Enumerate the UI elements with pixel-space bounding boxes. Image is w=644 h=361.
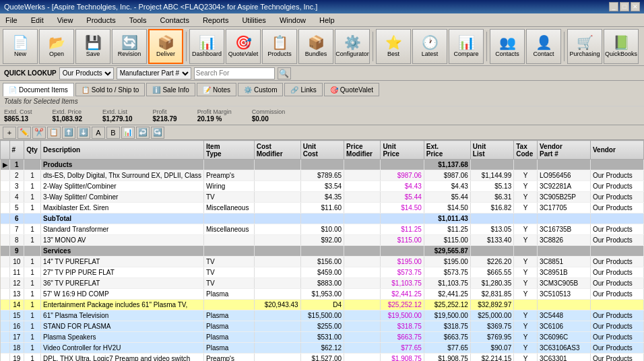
lookup-field-dropdown[interactable]: Manufacturer Part # xyxy=(117,67,191,79)
row-type xyxy=(204,214,255,224)
contacts-button[interactable]: 👥 Contacts xyxy=(490,29,525,64)
dashboard-button[interactable]: 📊 Dashboard xyxy=(189,29,224,64)
configurator-button[interactable]: ⚙️ Configurator xyxy=(335,29,370,64)
table-row[interactable]: 16 1 STAND FOR PLASMA Plasma $255.00 $31… xyxy=(1,321,644,332)
menu-products[interactable]: Products xyxy=(84,15,118,25)
table-row[interactable]: 10 1 14" TV PUREFLAT TV $156.00 $195.00 … xyxy=(1,257,644,267)
search-button[interactable]: 🔍 xyxy=(278,67,291,79)
maximize-button[interactable]: □ xyxy=(620,2,629,11)
row-qty: 1 xyxy=(24,181,41,192)
menu-contacts[interactable]: Contacts xyxy=(157,15,191,25)
action-btn-2[interactable]: ✏️ xyxy=(18,127,31,139)
tab-notes[interactable]: 📝 Notes xyxy=(197,83,236,96)
row-vendor xyxy=(590,300,643,310)
action-btn-9[interactable]: 📊 xyxy=(121,127,135,139)
row-qty: 1 xyxy=(24,321,41,332)
table-row[interactable]: 6 SubTotal $1,011.43 xyxy=(1,214,644,224)
tab-sale-info[interactable]: ℹ️ Sale Info xyxy=(146,83,195,96)
open-label: Open xyxy=(49,51,64,57)
row-unit-price xyxy=(381,160,424,170)
menu-view[interactable]: View xyxy=(55,15,76,25)
menu-tools[interactable]: Tools xyxy=(127,15,150,25)
table-row[interactable]: 13 1 57' W 16:9 HD COMP Plasma $1,953.00… xyxy=(1,289,644,300)
purchasing-button[interactable]: 🛒 Purchasing xyxy=(567,29,602,64)
menu-utilities[interactable]: Utilities xyxy=(239,15,268,25)
row-price-mod xyxy=(344,300,381,310)
menu-file[interactable]: File xyxy=(3,15,20,25)
tab-custom[interactable]: ⚙️ Custom xyxy=(238,83,283,96)
revision-button[interactable]: 🔄 Revision xyxy=(112,29,147,64)
quotevalet-button[interactable]: 🎯 QuoteValet xyxy=(226,29,261,64)
lookup-source-dropdown[interactable]: Our Products xyxy=(59,67,114,79)
row-vendor: Our Products xyxy=(590,235,643,246)
menu-reports[interactable]: Reports xyxy=(200,15,232,25)
action-btn-4[interactable]: 📋 xyxy=(47,127,61,139)
products-button[interactable]: 📋 Products xyxy=(262,29,297,64)
row-tax-code xyxy=(514,160,538,170)
action-btn-10[interactable]: ↩️ xyxy=(136,127,150,139)
action-btn-3[interactable]: ✂️ xyxy=(32,127,46,139)
table-row[interactable]: 9 Services $29,565.87 xyxy=(1,246,644,257)
action-btn-6[interactable]: ⬇️ xyxy=(77,127,90,139)
window-controls: _ □ ✕ xyxy=(609,2,640,11)
action-btn-11[interactable]: ↪️ xyxy=(151,127,164,139)
compare-button[interactable]: 📊 Compare xyxy=(449,29,484,64)
table-row[interactable]: 11 1 27" TV PIP PURE FLAT TV $459.00 $57… xyxy=(1,267,644,278)
bundles-button[interactable]: 📦 Bundles xyxy=(298,29,333,64)
table-row[interactable]: 2 1 dts-ES, Dolby Digital, Thx Surround … xyxy=(1,170,644,181)
minimize-button[interactable]: _ xyxy=(609,2,618,11)
col-qty: Qty xyxy=(24,141,41,160)
tab-quotevalet[interactable]: 🎯 QuoteValet xyxy=(324,83,379,96)
contacts-label: Contacts xyxy=(495,51,519,57)
table-row[interactable]: 5 1 Maxiblaster Ext. Siren Miscellaneous… xyxy=(1,203,644,214)
action-btn-1[interactable]: + xyxy=(3,127,16,139)
deliver-button[interactable]: 📦 Deliver xyxy=(148,29,183,64)
quickbooks-label: QuickBooks xyxy=(605,51,637,57)
tab-sold-to[interactable]: 📋 Sold to / Ship to xyxy=(75,83,146,96)
table-row[interactable]: ▶ 1 Products $1,137.68 xyxy=(1,160,644,170)
table-row[interactable]: 19 1 DPL, THX Ultra, Logic7 Preamp and v… xyxy=(1,354,644,362)
best-button[interactable]: ⭐ Best xyxy=(376,29,411,64)
table-row[interactable]: 14 1 Entertainment Package includes 61" … xyxy=(1,300,644,310)
open-button[interactable]: 📂 Open xyxy=(39,29,74,64)
menu-window[interactable]: Window xyxy=(277,15,309,25)
row-unit-cost: $92.00 xyxy=(300,235,344,246)
profit-margin-item: Profit Margin 20.19 % xyxy=(197,108,232,123)
tab-document-items[interactable]: 📄 Document Items xyxy=(3,83,74,96)
row-cost-mod xyxy=(254,267,300,278)
row-qty: 1 xyxy=(24,267,41,278)
compare-icon: 📊 xyxy=(458,36,475,49)
action-btn-8[interactable]: B xyxy=(106,127,120,139)
row-unit-cost: D4 xyxy=(300,300,344,310)
table-row[interactable]: 17 1 Plasma Speakers Plasma $531.00 $663… xyxy=(1,332,644,343)
menu-help[interactable]: Help xyxy=(317,15,337,25)
table-row[interactable]: 4 1 3-Way Splitter/ Combiner TV $4.35 $5… xyxy=(1,192,644,203)
row-price-mod xyxy=(344,214,381,224)
quickbooks-button[interactable]: 📗 QuickBooks xyxy=(604,29,639,64)
row-type: Plasma xyxy=(204,343,255,354)
latest-button[interactable]: 🕐 Latest xyxy=(412,29,447,64)
arrow-cell xyxy=(1,170,10,181)
table-row[interactable]: 15 1 61" Plasma Television Plasma $15,50… xyxy=(1,310,644,321)
row-num: 9 xyxy=(9,246,24,257)
new-button[interactable]: 📄 New xyxy=(3,29,38,64)
table-row[interactable]: 18 1 Video Controller for HV2U Plasma $6… xyxy=(1,343,644,354)
table-row[interactable]: 8 1 13" MONO AV $92.00 $115.00 $115.00 $… xyxy=(1,235,644,246)
row-price-mod xyxy=(344,192,381,203)
search-input[interactable] xyxy=(194,67,275,79)
contact-button[interactable]: 👤 Contact xyxy=(526,29,561,64)
row-ext-price: $1,137.68 xyxy=(424,160,470,170)
tab-links[interactable]: 🔗 Links xyxy=(284,83,322,96)
notes-icon: 📝 xyxy=(203,86,211,94)
table-row[interactable]: 7 1 Standard Transformer Miscellaneous $… xyxy=(1,224,644,235)
close-button[interactable]: ✕ xyxy=(631,2,640,11)
row-num: 15 xyxy=(9,310,24,321)
table-row[interactable]: 12 1 36" TV PUREFLAT TV $883.00 $1,103.7… xyxy=(1,278,644,289)
menu-edit[interactable]: Edit xyxy=(28,15,46,25)
table-row[interactable]: 3 1 2-Way Splitter/Combiner Wiring $3.54… xyxy=(1,181,644,192)
products-icon: 📋 xyxy=(271,36,288,49)
row-tax-code: Y xyxy=(514,343,538,354)
action-btn-5[interactable]: ⬆️ xyxy=(62,127,75,139)
save-button[interactable]: 💾 Save xyxy=(75,29,110,64)
action-btn-7[interactable]: A xyxy=(92,127,105,139)
